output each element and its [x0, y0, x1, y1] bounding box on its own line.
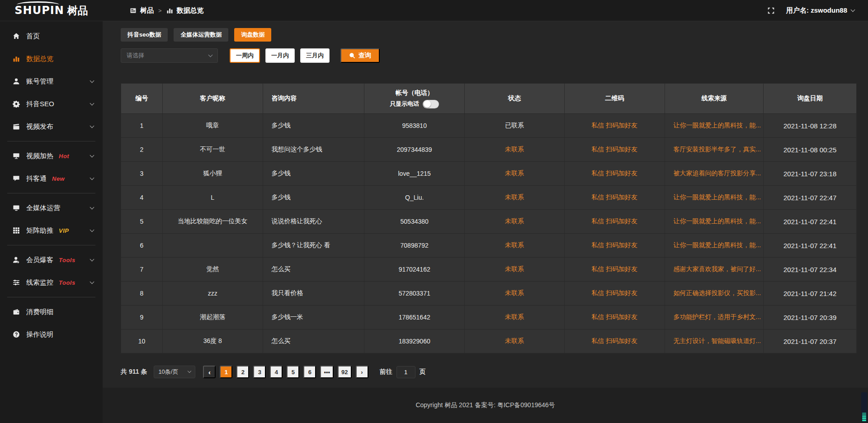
only-phone-toggle[interactable]	[423, 100, 439, 108]
sidebar-item-badge: Hot	[59, 153, 69, 160]
sidebar-menu: 首页数据总览账号管理抖音SEO视频发布视频加热Hot抖客通New全媒体运营矩阵助…	[0, 25, 103, 346]
cell-source[interactable]: 让你一眼就爱上的黑科技，能...	[665, 186, 764, 209]
goto-page-input[interactable]	[396, 366, 415, 378]
chart-icon	[166, 7, 173, 14]
cell-source[interactable]: 让你一眼就爱上的黑科技，能...	[665, 234, 764, 257]
cell-source[interactable]: 被大家追着问的客厅投影分享...	[665, 162, 764, 185]
search-icon	[349, 52, 355, 59]
page-button-2[interactable]: 2	[236, 366, 249, 378]
cell-qrcode[interactable]: 私信 扫码加好友	[565, 282, 665, 305]
sidebar-item-7[interactable]: 视频加热Hot	[0, 145, 103, 167]
fullscreen-icon[interactable]	[768, 7, 774, 14]
cell-nickname: zzz	[163, 282, 263, 305]
cell-status: 未联系	[465, 234, 565, 257]
table-row: 3狐小狸多少钱love__1215未联系私信 扫码加好友被大家追着问的客厅投影分…	[121, 161, 856, 185]
account-select[interactable]: 请选择	[121, 48, 218, 63]
cell-source[interactable]: 无主灯设计，智能磁吸轨道灯...	[665, 329, 764, 353]
table-row: 7觉然怎么买917024162未联系私信 扫码加好友感谢大家喜欢我家，被问了好.…	[121, 257, 856, 281]
sidebar-item-8[interactable]: 抖客通New	[0, 167, 103, 190]
date-range-button-1[interactable]: 一周内	[230, 48, 260, 63]
page-ellipsis-button[interactable]: •••	[320, 366, 334, 378]
app-logo: SHUPIN 树品	[0, 5, 103, 16]
cell-qrcode[interactable]: 私信 扫码加好友	[565, 329, 665, 353]
user-icon	[13, 78, 20, 85]
sidebar-item-1[interactable]: 首页	[0, 25, 103, 47]
sliders-icon	[13, 279, 20, 286]
cell-content: 我只看价格	[263, 282, 365, 305]
tab-3[interactable]: 询盘数据	[234, 28, 271, 42]
sidebar-item-label: 全媒体运营	[26, 204, 60, 212]
matrix-icon	[13, 227, 20, 234]
tab-2[interactable]: 全媒体运营数据	[174, 28, 228, 42]
cell-qrcode[interactable]: 私信 扫码加好友	[565, 162, 665, 185]
perf-monitor-widget	[861, 392, 867, 422]
date-range-button-2[interactable]: 一月内	[265, 48, 295, 63]
sidebar-item-4[interactable]: 抖音SEO	[0, 93, 103, 115]
tab-1[interactable]: 抖音seo数据	[121, 28, 168, 42]
column-header-5: 状态	[465, 84, 565, 113]
cell-qrcode[interactable]: 私信 扫码加好友	[565, 114, 665, 137]
cell-qrcode[interactable]: 私信 扫码加好友	[565, 138, 665, 161]
query-button[interactable]: 查询	[340, 48, 380, 63]
phone-column-title: 帐号（电话）	[396, 89, 434, 97]
sidebar-item-10[interactable]: 全媒体运营	[0, 197, 103, 219]
sidebar-item-2[interactable]: 数据总览	[0, 47, 103, 70]
cell-nickname: 潮起潮落	[163, 306, 263, 329]
page-button-1[interactable]: 1	[220, 366, 232, 378]
page-button-3[interactable]: 3	[253, 366, 266, 378]
cell-qrcode[interactable]: 私信 扫码加好友	[565, 234, 665, 257]
cell-qrcode[interactable]: 私信 扫码加好友	[565, 210, 665, 233]
chevron-down-icon	[90, 228, 94, 232]
username-label: 用户名: zswodun88	[786, 6, 847, 15]
sidebar-item-3[interactable]: 账号管理	[0, 70, 103, 93]
user-menu[interactable]: 用户名: zswodun88	[786, 6, 854, 15]
page-size-select[interactable]: 10条/页	[154, 366, 195, 378]
next-page-button[interactable]: ›	[356, 366, 368, 378]
column-header-6: 二维码	[565, 84, 665, 113]
sidebar-item-16[interactable]: 消费明细	[0, 301, 103, 323]
cell-source[interactable]: 客厅安装投影半年多了，真实...	[665, 138, 764, 161]
gear-icon	[13, 100, 20, 108]
page-button-6[interactable]: 6	[303, 366, 316, 378]
breadcrumb-current: 数据总览	[177, 6, 204, 15]
prev-page-button[interactable]: ‹	[203, 366, 216, 378]
cell-status: 未联系	[465, 306, 565, 329]
cell-source[interactable]: 如何正确选择投影仪，买投影...	[665, 282, 764, 305]
page-button-92[interactable]: 92	[338, 366, 351, 378]
breadcrumb: 树品 > 数据总览	[130, 6, 204, 15]
cell-nickname: 不可一世	[163, 138, 263, 161]
date-range-button-3[interactable]: 三月内	[300, 48, 330, 63]
pagination: 共 911 条 10条/页 ‹ 123456•••92 › 前往 页	[121, 366, 857, 378]
table-row: 5当地比较能吃的一位美女说说价格让我死心50534380未联系私信 扫码加好友让…	[121, 209, 856, 233]
chevron-down-icon	[90, 101, 94, 106]
cell-account: 70898792	[364, 234, 465, 257]
sidebar-item-label: 线索监控	[26, 278, 53, 287]
cell-status: 未联系	[465, 162, 565, 185]
cell-qrcode[interactable]: 私信 扫码加好友	[565, 186, 665, 209]
cell-qrcode[interactable]: 私信 扫码加好友	[565, 258, 665, 281]
chevron-down-icon	[851, 7, 855, 12]
chevron-down-icon	[90, 280, 94, 284]
cell-source[interactable]: 多功能护栏灯，适用于乡村文...	[665, 306, 764, 329]
cell-id: 1	[121, 114, 163, 137]
help-icon	[13, 331, 20, 338]
page-button-4[interactable]: 4	[270, 366, 283, 378]
sidebar-item-13[interactable]: 会员爆客Tools	[0, 249, 103, 271]
table-row: 4L多少钱Q_Liu.未联系私信 扫码加好友让你一眼就爱上的黑科技，能...20…	[121, 185, 856, 209]
cell-source[interactable]: 感谢大家喜欢我家，被问了好...	[665, 258, 764, 281]
cell-qrcode[interactable]: 私信 扫码加好友	[565, 306, 665, 329]
sidebar-item-label: 视频加热	[26, 152, 53, 160]
page-button-5[interactable]: 5	[287, 366, 299, 378]
cell-account: 178651642	[364, 306, 465, 329]
sidebar-item-label: 抖客通	[26, 174, 47, 183]
breadcrumb-root[interactable]: 树品	[140, 6, 154, 15]
cell-source[interactable]: 让你一眼就爱上的黑科技，能...	[665, 114, 764, 137]
cell-id: 9	[121, 306, 163, 329]
goto-prefix-label: 前往	[380, 368, 392, 376]
sidebar-item-11[interactable]: 矩阵助推VIP	[0, 219, 103, 242]
sidebar-item-5[interactable]: 视频发布	[0, 115, 103, 138]
cell-account: 572803371	[364, 282, 465, 305]
cell-source[interactable]: 让你一眼就爱上的黑科技，能...	[665, 210, 764, 233]
sidebar-item-17[interactable]: 操作说明	[0, 323, 103, 346]
sidebar-item-14[interactable]: 线索监控Tools	[0, 271, 103, 294]
